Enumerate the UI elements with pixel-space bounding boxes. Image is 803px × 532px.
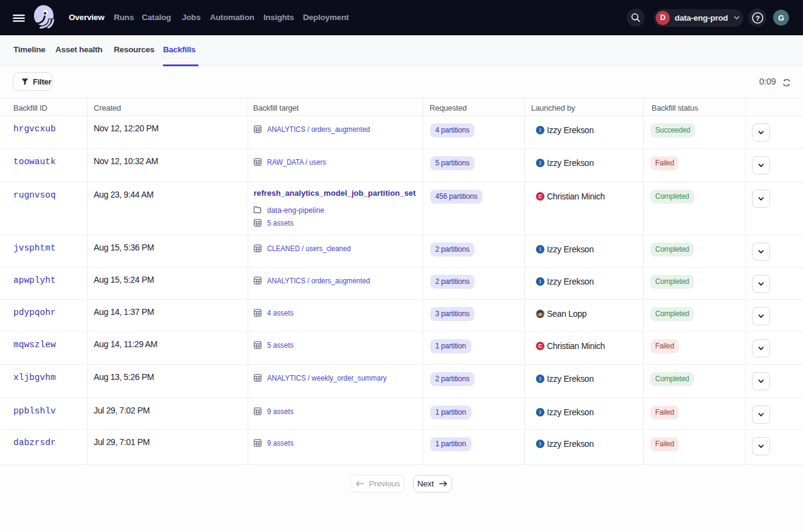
svg-text:?: ? <box>755 14 759 21</box>
